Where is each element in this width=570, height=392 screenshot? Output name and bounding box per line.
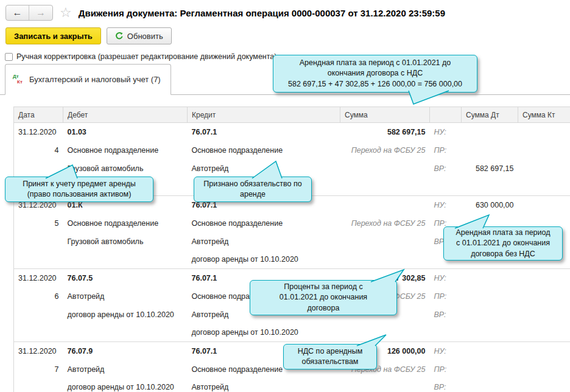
- cell-sum-kt[interactable]: [518, 159, 570, 178]
- cell-tax-label[interactable]: НУ:: [430, 269, 462, 287]
- cell-sum-kt[interactable]: [518, 360, 570, 379]
- cell-debit[interactable]: Автотрейд: [63, 360, 188, 379]
- cell-debit[interactable]: договор аренды от 10.10.2020: [63, 306, 188, 324]
- cell-sum-dt[interactable]: 630 000,00: [462, 196, 518, 214]
- cell-sum-dt[interactable]: [462, 360, 518, 379]
- callout-tail: [194, 161, 292, 178]
- cell-tax-label[interactable]: НУ:: [430, 342, 462, 360]
- cell-date[interactable]: [14, 324, 63, 342]
- cell-tax-label[interactable]: [430, 324, 462, 342]
- cell-sum-dt[interactable]: [462, 324, 518, 342]
- cell-debit[interactable]: Грузовой автомобиль: [63, 233, 188, 251]
- cell-note[interactable]: Переход на ФСБУ 25: [340, 214, 430, 233]
- cell-tax-label[interactable]: НУ:: [430, 123, 462, 141]
- callout-asset-accepted: Принят к учету предмет аренды (право пол…: [5, 177, 153, 202]
- table-row[interactable]: 4 Основное подразделение Основное подраз…: [14, 141, 570, 159]
- cell-sum-kt[interactable]: [518, 196, 570, 214]
- col-header-sum-kt[interactable]: Сумма Кт: [518, 107, 570, 123]
- back-button[interactable]: ←: [6, 5, 29, 20]
- cell-sum-kt[interactable]: [518, 269, 570, 287]
- callout-vat: НДС по арендным обязательствам: [283, 344, 377, 369]
- table-row[interactable]: договор аренды от 10.10.2020 Автотрейд В…: [14, 379, 570, 392]
- cell-sum-kt[interactable]: [518, 306, 570, 324]
- favorite-star-icon[interactable]: ☆: [60, 6, 72, 19]
- cell-line-number[interactable]: 5: [14, 214, 63, 233]
- cell-date[interactable]: 31.12.2020: [14, 342, 63, 360]
- cell-sum-kt[interactable]: [518, 287, 570, 306]
- cell-sum-kt[interactable]: [518, 141, 570, 159]
- cell-date[interactable]: 31.12.2020: [14, 269, 63, 287]
- cell-tax-label[interactable]: ПР:: [430, 287, 462, 306]
- cell-debit[interactable]: 76.07.5: [63, 269, 188, 287]
- cell-credit[interactable]: Основное подразделение: [188, 141, 340, 159]
- forward-button[interactable]: →: [29, 5, 52, 20]
- cell-sum[interactable]: 582 697,15: [340, 123, 430, 141]
- cell-debit[interactable]: договор аренды от 10.10.2020: [63, 379, 188, 392]
- cell-sum-dt[interactable]: [462, 123, 518, 141]
- cell-date[interactable]: [14, 251, 63, 269]
- cell-sum-kt[interactable]: [518, 342, 570, 360]
- cell-date[interactable]: 31.12.2020: [14, 123, 63, 141]
- cell-tax-label[interactable]: ВР:: [430, 379, 462, 392]
- cell-sum[interactable]: [340, 233, 430, 251]
- cell-sum[interactable]: [340, 159, 430, 178]
- cell-line-number[interactable]: 7: [14, 360, 63, 379]
- cell-credit[interactable]: Автотрейд: [188, 379, 340, 392]
- cell-sum[interactable]: [340, 196, 430, 214]
- cell-sum-kt[interactable]: [518, 379, 570, 392]
- cell-debit[interactable]: Основное подразделение: [63, 141, 188, 159]
- col-header-date[interactable]: Дата: [14, 107, 63, 123]
- col-header-credit[interactable]: Кредит: [188, 107, 340, 123]
- cell-debit[interactable]: 01.03: [63, 123, 188, 141]
- toolbar: Записать и закрыть Обновить: [0, 21, 570, 44]
- cell-sum[interactable]: [340, 251, 430, 269]
- manual-adjustment-label: Ручная корректировка (разрешает редактир…: [16, 52, 276, 61]
- cell-sum-kt[interactable]: [518, 123, 570, 141]
- cell-debit[interactable]: [63, 251, 188, 269]
- cell-date[interactable]: [14, 379, 63, 392]
- cell-debit[interactable]: Автотрейд: [63, 287, 188, 306]
- cell-credit[interactable]: 76.07.1: [188, 123, 340, 141]
- cell-debit[interactable]: Основное подразделение: [63, 214, 188, 233]
- cell-debit[interactable]: [63, 324, 188, 342]
- cell-date[interactable]: [14, 306, 63, 324]
- table-header-row: Дата Дебет Кредит Сумма Сумма Дт Сумма К…: [14, 107, 570, 123]
- cell-sum-dt[interactable]: [462, 141, 518, 159]
- cell-sum[interactable]: [340, 379, 430, 392]
- page-title: Движения документа: Регламентная операци…: [79, 8, 445, 18]
- cell-sum-dt[interactable]: [462, 287, 518, 306]
- col-header-sum[interactable]: Сумма: [340, 107, 430, 123]
- manual-adjustment-checkbox[interactable]: [5, 53, 13, 61]
- cell-sum-dt[interactable]: [462, 379, 518, 392]
- cell-sum-dt[interactable]: [462, 306, 518, 324]
- tab-accounting-tax[interactable]: Дт Кт Бухгалтерский и налоговый учет (7): [5, 64, 171, 95]
- cell-date[interactable]: [14, 233, 63, 251]
- cell-tax-label[interactable]: ПР:: [430, 360, 462, 379]
- cell-line-number[interactable]: 4: [14, 141, 63, 159]
- cell-sum-dt[interactable]: 582 697,15: [462, 159, 518, 178]
- cell-credit[interactable]: Основное подразделение: [188, 214, 340, 233]
- cell-note[interactable]: Переход на ФСБУ 25: [340, 141, 430, 159]
- cell-tax-label[interactable]: ПР:: [430, 141, 462, 159]
- cell-tax-label[interactable]: ВР:: [430, 159, 462, 178]
- tab-label: Бухгалтерский и налоговый учет (7): [29, 75, 161, 84]
- col-header-debit[interactable]: Дебет: [63, 107, 188, 123]
- cell-credit[interactable]: Автотрейд: [188, 233, 340, 251]
- cell-line-number[interactable]: 6: [14, 287, 63, 306]
- cell-tax-label[interactable]: ВР:: [430, 306, 462, 324]
- cell-debit[interactable]: 76.07.9: [63, 342, 188, 360]
- table-row[interactable]: 31.12.2020 01.03 76.07.1 582 697,15 НУ:: [14, 123, 570, 141]
- callout-rent-without-vat: Арендная плата за период с 01.01.2021 до…: [443, 226, 563, 261]
- cell-tax-label[interactable]: НУ:: [430, 196, 462, 214]
- col-header-sum-dt[interactable]: Сумма Дт: [462, 107, 518, 123]
- callout-tail: [273, 91, 462, 105]
- document-movements-window: ← → ☆ Движения документа: Регламентная о…: [0, 0, 570, 392]
- save-and-close-button[interactable]: Записать и закрыть: [5, 27, 101, 44]
- refresh-button[interactable]: Обновить: [107, 27, 172, 44]
- col-header-aux[interactable]: [430, 107, 462, 123]
- cell-credit[interactable]: договор аренды от 10.10.2020: [188, 251, 340, 269]
- cell-sum-dt[interactable]: [462, 269, 518, 287]
- cell-sum-kt[interactable]: [518, 324, 570, 342]
- nav-button-group: ← →: [5, 5, 53, 21]
- cell-sum-dt[interactable]: [462, 342, 518, 360]
